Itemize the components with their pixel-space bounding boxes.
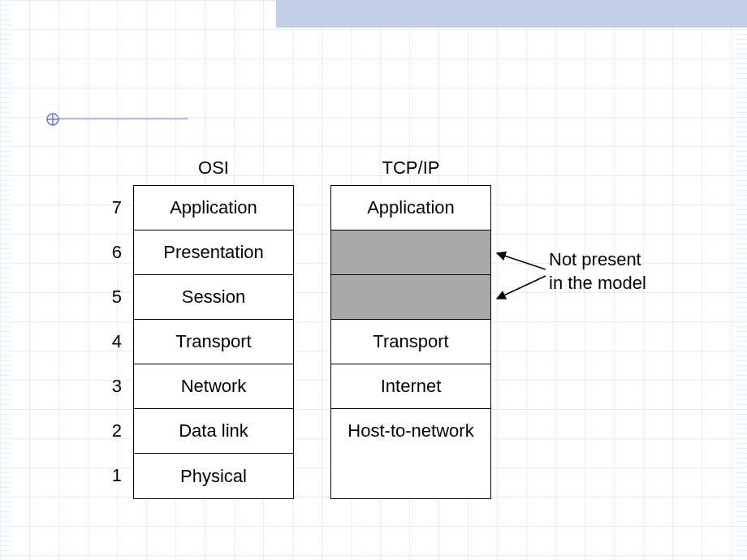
tcpip-layer-host-to-network: Host-to-network (331, 409, 490, 498)
osi-column-header: OSI (133, 157, 294, 179)
tcpip-column-header: TCP/IP (330, 157, 491, 179)
osi-layer-physical: Physical (134, 454, 293, 498)
layer-number: 7 (102, 185, 122, 230)
diagram-content: OSI TCP/IP 7 6 5 4 3 2 1 Application Pre… (0, 0, 747, 560)
tcpip-layer-transport: Transport (331, 320, 490, 364)
svg-line-4 (497, 276, 546, 299)
layer-number: 1 (102, 453, 122, 498)
annotation-line1: Not present (549, 248, 646, 272)
osi-layer-application: Application (134, 186, 293, 230)
osi-layer-transport: Transport (134, 320, 293, 364)
osi-layer-network: Network (134, 364, 293, 409)
osi-layer-datalink: Data link (134, 409, 293, 454)
layer-number: 4 (102, 319, 122, 364)
layer-number: 5 (102, 274, 122, 319)
annotation-line2: in the model (549, 272, 646, 295)
tcpip-layer-empty-session (331, 275, 490, 320)
tcpip-layer-internet: Internet (331, 364, 490, 409)
svg-line-3 (497, 253, 546, 269)
tcpip-layer-empty-presentation (331, 230, 490, 275)
layer-number: 3 (102, 364, 122, 408)
tcpip-layer-application: Application (331, 186, 490, 230)
layer-number: 6 (102, 230, 122, 274)
annotation-text: Not present in the model (549, 248, 646, 295)
osi-stack: Application Presentation Session Transpo… (133, 185, 294, 499)
tcpip-stack: Application Transport Internet Host-to-n… (330, 185, 491, 499)
osi-layer-presentation: Presentation (134, 230, 293, 275)
osi-layer-session: Session (134, 275, 293, 320)
layer-number: 2 (102, 408, 122, 453)
layer-numbers: 7 6 5 4 3 2 1 (102, 185, 122, 498)
